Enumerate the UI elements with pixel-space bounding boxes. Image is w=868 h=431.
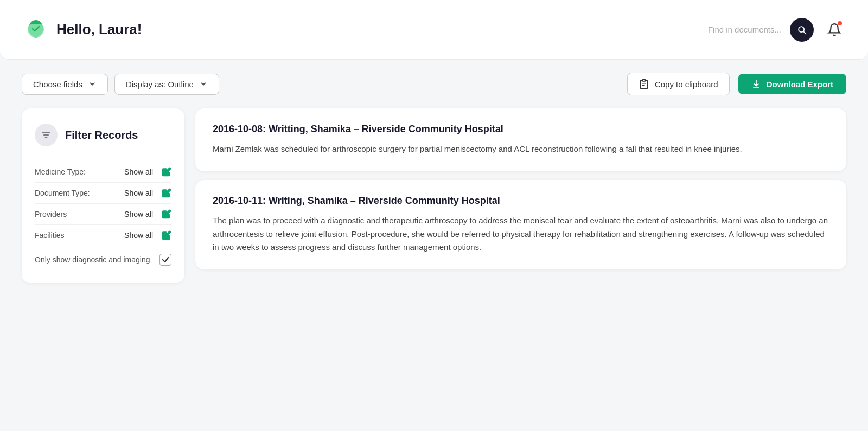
edit-medicine-button[interactable]	[162, 167, 171, 177]
search-placeholder-text: Find in documents...	[708, 25, 781, 34]
notification-badge	[838, 21, 842, 25]
chevron-down-icon	[88, 80, 97, 88]
filter-label-providers: Providers	[35, 210, 124, 218]
filter-label-medicine: Medicine Type:	[35, 168, 124, 176]
main-layout: Filter Records Medicine Type: Show all D…	[0, 108, 868, 305]
filter-value-medicine: Show all	[124, 168, 153, 176]
filter-label-document: Document Type:	[35, 189, 124, 197]
logo-icon	[22, 16, 50, 44]
chevron-down-icon-2	[199, 80, 208, 88]
edit-document-button[interactable]	[162, 188, 171, 198]
filter-row-providers: Providers Show all	[35, 204, 171, 225]
download-export-button[interactable]: Download Export	[738, 74, 846, 94]
filter-value-providers: Show all	[124, 210, 153, 218]
record-title-1: 2016-10-08: Writting, Shamika – Riversid…	[213, 124, 829, 135]
edit-icon-4	[162, 230, 171, 240]
filter-row-document: Document Type: Show all	[35, 183, 171, 204]
toolbar-inner: Choose fields Display as: Outline	[22, 74, 219, 95]
edit-icon	[162, 167, 171, 177]
checkbox-label-diagnostic: Only show diagnostic and imaging	[35, 255, 159, 264]
search-button[interactable]	[790, 18, 814, 42]
edit-providers-button[interactable]	[162, 209, 171, 219]
header: Hello, Laura! Find in documents...	[0, 0, 868, 60]
edit-facilities-button[interactable]	[162, 230, 171, 240]
header-right: Find in documents...	[708, 18, 846, 42]
filter-value-facilities: Show all	[124, 231, 153, 240]
header-greeting: Hello, Laura!	[56, 21, 142, 38]
choose-fields-button[interactable]: Choose fields	[22, 74, 108, 95]
checkmark-icon	[162, 256, 169, 263]
notification-button[interactable]	[822, 18, 846, 42]
filter-sidebar: Filter Records Medicine Type: Show all D…	[22, 108, 184, 283]
record-title-2: 2016-10-11: Writing, Shamika – Riverside…	[213, 195, 829, 207]
toolbar-row: Choose fields Display as: Outline Copy t…	[0, 60, 868, 108]
filter-row-medicine: Medicine Type: Show all	[35, 162, 171, 183]
edit-icon-2	[162, 188, 171, 198]
filter-label-facilities: Facilities	[35, 231, 124, 240]
filter-row-facilities: Facilities Show all	[35, 225, 171, 246]
record-card-1: 2016-10-08: Writting, Shamika – Riversid…	[195, 108, 846, 171]
record-body-1: Marni Zemlak was scheduled for arthrosco…	[213, 143, 829, 156]
record-body-2: The plan was to proceed with a diagnosti…	[213, 214, 829, 254]
checkbox-row-diagnostic: Only show diagnostic and imaging	[35, 246, 171, 268]
display-as-button[interactable]: Display as: Outline	[114, 74, 219, 95]
svg-rect-2	[642, 83, 646, 83]
clipboard-icon	[639, 79, 649, 89]
filter-icon	[41, 130, 52, 140]
search-container: Find in documents...	[708, 25, 781, 34]
filter-icon-wrap	[35, 124, 58, 146]
svg-rect-3	[642, 85, 645, 86]
copy-clipboard-button[interactable]: Copy to clipboard	[627, 73, 730, 95]
content-area: 2016-10-08: Writting, Shamika – Riversid…	[195, 108, 846, 269]
logo-area: Hello, Laura!	[22, 16, 142, 44]
diagnostic-checkbox[interactable]	[159, 254, 171, 266]
search-icon	[796, 24, 807, 35]
download-icon	[751, 79, 761, 89]
svg-rect-1	[642, 80, 645, 81]
edit-icon-3	[162, 209, 171, 219]
record-card-2: 2016-10-11: Writing, Shamika – Riverside…	[195, 180, 846, 269]
filter-value-document: Show all	[124, 189, 153, 197]
sidebar-title: Filter Records	[65, 129, 138, 141]
sidebar-header: Filter Records	[35, 124, 171, 146]
